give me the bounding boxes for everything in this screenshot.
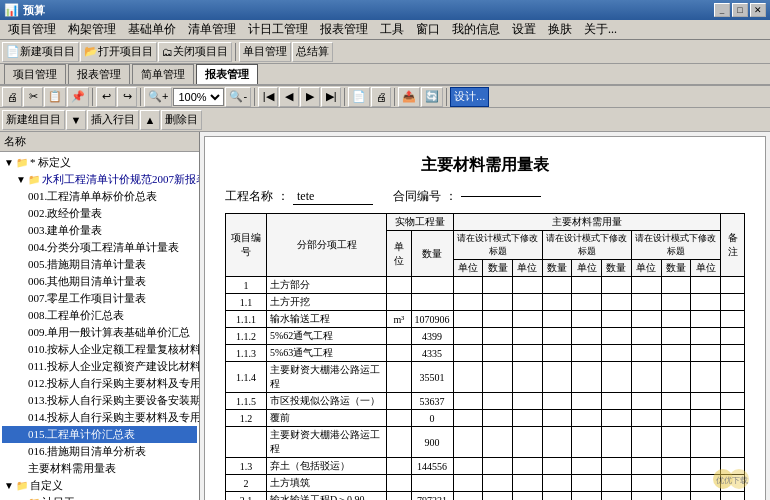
redo-button[interactable]: ↪ [117,87,137,107]
cell-m3 [512,328,542,345]
nav-prev[interactable]: ◀ [279,87,299,107]
tree-item-014[interactable]: 014.投标人自行采购主要材料及专用设备汇总表 [2,409,197,426]
menu-report[interactable]: 报表管理 [314,19,374,40]
tab-report-manage-active[interactable]: 报表管理 [196,64,258,84]
right-content: 主要材料需用量表 工程名称： tete 合同编号： 项目编号 分部分项工程 实 [200,132,770,500]
tree-section-custom[interactable]: ▼ 📁 自定义 [2,477,197,494]
menu-base-price[interactable]: 基础单价 [122,19,182,40]
tree-section-biaodinyi[interactable]: ▼ 📁 * 标定义 [2,154,197,171]
open-project-button[interactable]: 📂 打开项目目 [80,42,157,62]
menu-daily[interactable]: 计日工管理 [242,19,314,40]
tree-item-013[interactable]: 013.投标人自行采购主要设备安装期目材料汇总 [2,392,197,409]
tree-item-003[interactable]: 003.建单价量表 [2,222,197,239]
cell-m5 [572,328,602,345]
zoom-select[interactable]: 100% 75% 150% [173,88,224,106]
menu-settings[interactable]: 设置 [506,19,542,40]
tab-report-manage[interactable]: 报表管理 [68,64,130,84]
tree-item-011[interactable]: 011.投标人企业定额资产建设比材料表 [2,358,197,375]
toolbar-btn-4[interactable]: 📌 [67,87,89,107]
new-project-button[interactable]: 📄 新建项目目 [2,42,79,62]
col-qty-4: 数量 [661,260,691,277]
design-button[interactable]: 设计... [450,87,489,107]
cell-unit [387,475,411,492]
maximize-button[interactable]: □ [732,3,748,17]
cell-m6 [602,362,632,393]
cell-m5 [572,475,602,492]
toolbar-btn-2[interactable]: ✂ [23,87,43,107]
close-button[interactable]: ✕ [750,3,766,17]
refresh-button[interactable]: 🔄 [421,87,443,107]
tree-item-007[interactable]: 007.零星工作项目计量表 [2,290,197,307]
close-project-button[interactable]: 🗂 关闭项目目 [158,42,232,62]
new-group-button[interactable]: 新建组目目 [2,110,65,130]
cell-qty: 53637 [411,393,453,410]
cell-m1 [453,492,483,501]
nav-first[interactable]: |◀ [258,87,278,107]
tree-water-engineering[interactable]: ▼ 📁 水利工程清单计价规范2007新报表 [2,171,197,188]
tree-daily-work[interactable]: ▼ 📁 计日工 [2,494,197,500]
total-settle-button[interactable]: 总结算 [292,42,333,62]
menu-tools[interactable]: 工具 [374,19,410,40]
tree-item-016[interactable]: 016.措施期目清单分析表 [2,443,197,460]
menu-window[interactable]: 窗口 [410,19,446,40]
export-button[interactable]: 📤 [398,87,420,107]
tab-project-manage[interactable]: 项目管理 [4,64,66,84]
tree-item-009[interactable]: 009.单用一般计算表基础单价汇总 [2,324,197,341]
menu-about[interactable]: 关于... [578,19,623,40]
cell-m1 [453,427,483,458]
tree-item-001[interactable]: 001.工程清单单标价价总表 [2,188,197,205]
tree-item-002[interactable]: 002.政经价量表 [2,205,197,222]
cell-m6 [602,410,632,427]
delete-button[interactable]: 删除目 [161,110,202,130]
cell-m7 [631,410,661,427]
tree-item-010[interactable]: 010.按标人企业定额工程量复核材料汇总 [2,341,197,358]
table-row: 1 土方部分 [226,277,745,294]
menu-architecture[interactable]: 构架管理 [62,19,122,40]
undo-button[interactable]: ↩ [96,87,116,107]
cell-m5 [572,492,602,501]
menu-skin[interactable]: 换肤 [542,19,578,40]
move-up-button[interactable]: ▲ [140,110,160,130]
cell-unit [387,328,411,345]
tree-item-005[interactable]: 005.措施期目清单计量表 [2,256,197,273]
tree-item-012[interactable]: 012.投标人自行采购主要材料及专用设备材料汇总表 [2,375,197,392]
toolbar-btn-1[interactable]: 🖨 [2,87,22,107]
menu-list[interactable]: 清单管理 [182,19,242,40]
cell-qty [411,294,453,311]
nav-last[interactable]: ▶| [321,87,341,107]
tree-item-006[interactable]: 006.其他期目清单计量表 [2,273,197,290]
tab-simple-manage[interactable]: 简单管理 [132,64,194,84]
col-qty-2: 数量 [542,260,572,277]
cell-m8 [661,458,691,475]
print-button[interactable]: 🖨 [371,87,391,107]
nav-next[interactable]: ▶ [300,87,320,107]
tree-item-main-material[interactable]: 主要材料需用量表 [2,460,197,477]
menu-project[interactable]: 项目管理 [2,19,62,40]
svg-text:优优下载: 优优下载 [716,476,748,485]
minimize-button[interactable]: _ [714,3,730,17]
document-fields: 工程名称： tete 合同编号： [225,188,745,205]
menu-my-info[interactable]: 我的信息 [446,19,506,40]
page-setup-button[interactable]: 📄 [348,87,370,107]
tree-item-008[interactable]: 008.工程单价汇总表 [2,307,197,324]
cell-m8 [661,362,691,393]
col-qty-1: 数量 [483,260,513,277]
tree-item-015[interactable]: 015.工程单计价汇总表 [2,426,197,443]
cell-id: 1.1.2 [226,328,267,345]
cell-m2 [483,345,513,362]
cell-m1 [453,328,483,345]
cell-m8 [661,410,691,427]
separator-6 [394,88,395,106]
tree-item-004[interactable]: 004.分类分项工程清单单计量表 [2,239,197,256]
zoom-out-button[interactable]: 🔍- [225,87,251,107]
zoom-in-button[interactable]: 🔍+ [144,87,172,107]
cell-note [721,277,745,294]
cell-m3 [512,362,542,393]
expand-button[interactable]: ▼ [66,110,86,130]
col-note: 备注 [721,214,745,277]
toolbar-btn-3[interactable]: 📋 [44,87,66,107]
insert-row-button[interactable]: 插入行目 [87,110,139,130]
item-manage-button[interactable]: 单目管理 [239,42,291,62]
separator-2 [92,88,93,106]
cell-m2 [483,410,513,427]
